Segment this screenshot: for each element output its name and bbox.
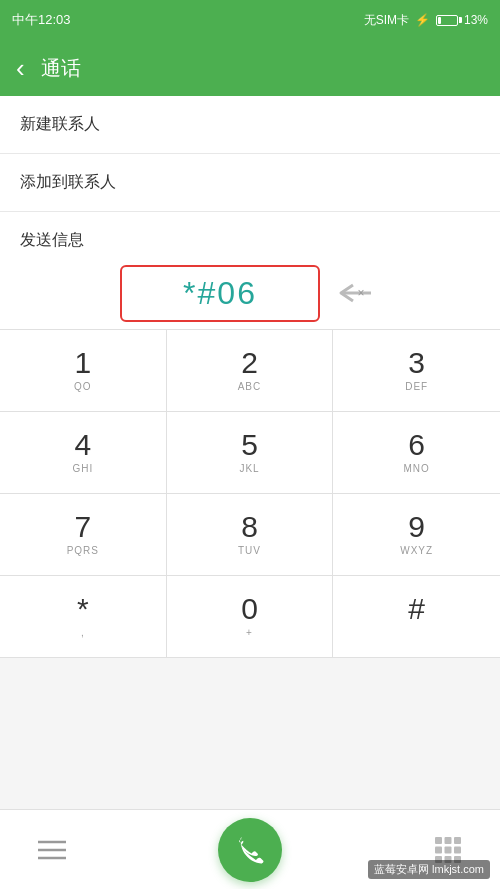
input-row: *#06 × (0, 257, 500, 329)
key-5[interactable]: 5 JKL (167, 412, 334, 494)
key-4[interactable]: 4 GHI (0, 412, 167, 494)
key-8[interactable]: 8 TUV (167, 494, 334, 576)
backspace-icon: × (331, 277, 379, 309)
bottom-bar (0, 809, 500, 889)
key-7[interactable]: 7 PQRS (0, 494, 167, 576)
key-1[interactable]: 1 QO (0, 330, 167, 412)
grid-icon (435, 837, 461, 863)
battery-indicator (436, 15, 458, 26)
phone-icon (234, 834, 266, 866)
key-9[interactable]: 9 WXYZ (333, 494, 500, 576)
svg-rect-12 (445, 856, 452, 863)
svg-rect-9 (445, 846, 452, 853)
menu-area: 新建联系人 添加到联系人 发送信息 (0, 96, 500, 257)
svg-rect-13 (454, 856, 461, 863)
battery-icon (436, 15, 458, 26)
hamburger-icon (38, 839, 66, 861)
key-0[interactable]: 0 + (167, 576, 334, 658)
status-icons: 无SIM卡 ⚡ 13% (364, 12, 488, 29)
svg-rect-10 (454, 846, 461, 853)
sim-label: 无SIM卡 (364, 12, 409, 29)
svg-text:×: × (357, 286, 364, 300)
keypad: 1 QO 2 ABC 3 DEF 4 GHI 5 JKL 6 MNO 7 PQR… (0, 329, 500, 658)
key-3[interactable]: 3 DEF (333, 330, 500, 412)
key-6[interactable]: 6 MNO (333, 412, 500, 494)
key-star[interactable]: * , (0, 576, 167, 658)
dialpad-container: *#06 × 1 QO 2 ABC 3 DEF (0, 257, 500, 658)
svg-rect-7 (454, 837, 461, 844)
time-label: 中午12:03 (12, 11, 71, 29)
new-contact-item[interactable]: 新建联系人 (0, 96, 500, 154)
battery-percent: 13% (464, 13, 488, 27)
phone-input-display: *#06 (120, 265, 320, 322)
page-title: 通话 (41, 55, 81, 82)
back-button[interactable]: ‹ (16, 53, 25, 84)
header: ‹ 通话 (0, 40, 500, 96)
send-message-item[interactable]: 发送信息 (0, 212, 500, 257)
menu-button[interactable] (30, 828, 74, 872)
svg-rect-11 (435, 856, 442, 863)
svg-rect-8 (435, 846, 442, 853)
key-2[interactable]: 2 ABC (167, 330, 334, 412)
svg-rect-6 (445, 837, 452, 844)
key-hash[interactable]: # (333, 576, 500, 658)
battery-fill (438, 17, 441, 24)
backspace-button[interactable]: × (330, 271, 380, 315)
status-time: 中午12:03 (12, 11, 71, 29)
call-button[interactable] (218, 818, 282, 882)
status-bar: 中午12:03 无SIM卡 ⚡ 13% (0, 0, 500, 40)
grid-button[interactable] (426, 828, 470, 872)
add-to-contact-item[interactable]: 添加到联系人 (0, 154, 500, 212)
charging-icon: ⚡ (415, 13, 430, 27)
svg-rect-5 (435, 837, 442, 844)
